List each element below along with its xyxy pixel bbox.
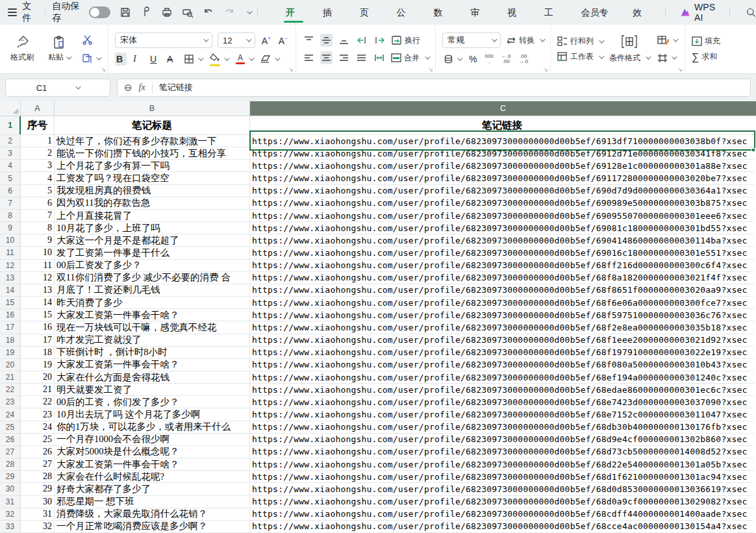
row-header-21[interactable]: 21 — [0, 371, 21, 384]
cell-a4[interactable]: 3 — [21, 160, 55, 172]
cell-a18[interactable]: 17 — [21, 334, 55, 347]
cell-c12[interactable]: https://www.xiaohongshu.com/user/profile… — [250, 260, 754, 272]
row-header-24[interactable]: 24 — [0, 408, 21, 421]
cell-c31[interactable]: https://www.xiaohongshu.com/user/profile… — [250, 496, 754, 508]
row-header-2[interactable]: 2 — [0, 135, 21, 147]
menu-tab-7[interactable]: 视图 — [496, 0, 533, 25]
cell-b29[interactable]: 大家会在什么时候乱花呢? — [55, 471, 250, 483]
menu-tab-10[interactable]: 效率 — [622, 0, 659, 25]
cell-c4[interactable]: https://www.xiaohongshu.com/user/profile… — [250, 160, 754, 172]
row-header-26[interactable]: 26 — [0, 434, 21, 446]
cell-a33[interactable]: 32 — [21, 521, 55, 533]
cell-c25[interactable]: https://www.xiaohongshu.com/user/profile… — [250, 421, 754, 434]
menu-tab-4[interactable]: 公式 — [386, 0, 423, 25]
cell-c28[interactable]: https://www.xiaohongshu.com/user/profile… — [250, 458, 754, 471]
row-header-29[interactable]: 29 — [0, 471, 21, 483]
cell-c3[interactable]: https://www.xiaohongshu.com/user/profile… — [250, 147, 754, 160]
align-top-button[interactable] — [303, 34, 315, 47]
file-menu-button[interactable]: 文件 — [22, 1, 38, 24]
cell-a29[interactable]: 28 — [21, 471, 55, 483]
cell-c11[interactable]: https://www.xiaohongshu.com/user/profile… — [250, 247, 754, 259]
sum-button[interactable]: ∑ 求和 — [692, 51, 717, 63]
row-header-16[interactable]: 16 — [0, 309, 21, 321]
align-center-button[interactable] — [320, 51, 333, 64]
export-pdf-icon[interactable] — [140, 6, 152, 18]
font-color-button[interactable]: A — [234, 53, 254, 66]
cell-c21[interactable]: https://www.xiaohongshu.com/user/profile… — [250, 371, 754, 384]
cell-c33[interactable]: https://www.xiaohongshu.com/user/profile… — [250, 521, 754, 533]
row-header-10[interactable]: 10 — [0, 234, 21, 247]
cell-b27[interactable]: 大家对5000块是什么概念呢？ — [55, 446, 250, 458]
align-middle-button[interactable] — [320, 34, 333, 47]
cell-c24[interactable]: https://www.xiaohongshu.com/user/profile… — [250, 408, 754, 421]
row-header-1[interactable]: 1 — [0, 116, 21, 135]
cell-b28[interactable]: 大家发工资第一件事会干啥？ — [55, 458, 250, 471]
cell-b32[interactable]: 消费降级，大家最先取消什么花销？ — [55, 508, 250, 521]
save-icon[interactable] — [120, 6, 131, 18]
rows-columns-button[interactable]: 行和列 — [557, 36, 603, 47]
autosave-toggle[interactable] — [89, 6, 110, 18]
font-name-select[interactable]: 宋体 — [115, 32, 212, 48]
cell-a20[interactable]: 19 — [21, 359, 55, 371]
conditional-format-icon[interactable] — [621, 35, 638, 48]
cell-b9[interactable]: 10月花了多少，上班了吗 — [55, 222, 250, 234]
cell-c17[interactable]: https://www.xiaohongshu.com/user/profile… — [250, 321, 754, 334]
cell-a19[interactable]: 18 — [21, 347, 55, 359]
cell-c16[interactable]: https://www.xiaohongshu.com/user/profile… — [250, 309, 754, 321]
row-header-8[interactable]: 8 — [0, 210, 21, 222]
section-expander-icon[interactable]: ↘ — [677, 66, 683, 73]
row-header-12[interactable]: 12 — [0, 260, 21, 272]
cell-b12[interactable]: 00后工资发了多少？ — [55, 260, 250, 272]
section-expander-icon[interactable]: ↘ — [288, 66, 294, 73]
cell-a31[interactable]: 30 — [21, 496, 55, 508]
paste-button[interactable]: 粘贴 — [44, 32, 74, 66]
row-header-6[interactable]: 6 — [0, 185, 21, 197]
cell-a22[interactable]: 21 — [21, 384, 55, 396]
cell-c2[interactable]: https://www.xiaohongshu.com/user/profile… — [250, 135, 754, 147]
row-header-25[interactable]: 25 — [0, 421, 21, 434]
align-bottom-button[interactable] — [338, 34, 350, 47]
cell-b10[interactable]: 大家这一个月是不是都花超了 — [55, 234, 250, 247]
hamburger-menu-icon[interactable] — [8, 8, 17, 16]
cell-c1-selected[interactable]: 笔记链接 — [250, 116, 754, 135]
cell-a27[interactable]: 26 — [21, 446, 55, 458]
cell-a25[interactable]: 24 — [21, 421, 55, 434]
cell-c5[interactable]: https://www.xiaohongshu.com/user/profile… — [250, 172, 754, 184]
undo-icon[interactable] — [203, 6, 214, 18]
cell-a8[interactable]: 7 — [21, 210, 55, 222]
cell-c15[interactable]: https://www.xiaohongshu.com/user/profile… — [250, 297, 754, 309]
eraser-button[interactable] — [259, 53, 280, 66]
row-header-28[interactable]: 28 — [0, 458, 21, 471]
row-header-14[interactable]: 14 — [0, 284, 21, 297]
cell-b13[interactable]: 双11你们消费了多少 减少不必要的消费 合 — [55, 272, 250, 284]
cell-c29[interactable]: https://www.xiaohongshu.com/user/profile… — [250, 471, 754, 483]
cell-c20[interactable]: https://www.xiaohongshu.com/user/profile… — [250, 359, 754, 371]
cell-c30[interactable]: https://www.xiaohongshu.com/user/profile… — [250, 483, 754, 495]
cell-b24[interactable]: 10月出去玩了吗 这个月花了多少啊 — [55, 408, 250, 421]
row-header-15[interactable]: 15 — [0, 297, 21, 309]
cell-b2[interactable]: 快过年了，你们还有多少存款刺激一下 — [55, 135, 250, 147]
cell-b26[interactable]: 一个月存1000会不会很少啊 — [55, 434, 250, 446]
formula-input[interactable]: ⊖ fx 笔记链接 — [117, 79, 751, 97]
currency-button[interactable] — [442, 53, 462, 66]
format-painter-button[interactable]: 格式刷 — [6, 32, 38, 66]
align-left-button[interactable] — [303, 51, 315, 64]
cell-c10[interactable]: https://www.xiaohongshu.com/user/profile… — [250, 234, 754, 247]
conditional-format-button[interactable]: 条件格式 — [609, 53, 649, 64]
strikethrough-button[interactable]: A — [166, 53, 177, 66]
increase-decimal-button[interactable]: ←.0.00 — [500, 53, 512, 66]
name-box[interactable]: C1 — [5, 79, 110, 97]
cell-a11[interactable]: 10 — [21, 247, 55, 259]
cell-c9[interactable]: https://www.xiaohongshu.com/user/profile… — [250, 222, 754, 234]
cell-b23[interactable]: 00后的工资，你们发了多少？ — [55, 396, 250, 408]
cell-c19[interactable]: https://www.xiaohongshu.com/user/profile… — [250, 347, 754, 359]
wrap-text-button[interactable]: 换行 — [392, 35, 420, 46]
decrease-indent-button[interactable] — [355, 34, 368, 47]
cell-a17[interactable]: 16 — [21, 321, 55, 334]
cut-button[interactable] — [81, 33, 101, 46]
percent-button[interactable]: % — [468, 53, 478, 66]
cell-b8[interactable]: 上个月直接花冒了 — [55, 210, 250, 222]
cell-c6[interactable]: https://www.xiaohongshu.com/user/profile… — [250, 185, 754, 197]
row-header-23[interactable]: 23 — [0, 396, 21, 408]
row-header-13[interactable]: 13 — [0, 272, 21, 284]
